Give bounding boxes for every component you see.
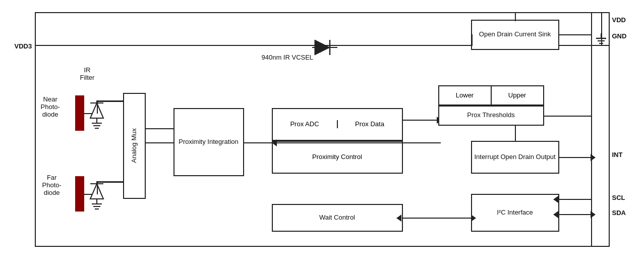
lower-cell: Lower (439, 86, 492, 105)
vdd-connect-right (515, 12, 592, 13)
vdd-label: VDD (612, 16, 626, 24)
open-drain-current-sink-block: Open Drain Current Sink (471, 20, 559, 50)
prox-adc-data-row: Prox ADC Prox Data (273, 109, 402, 141)
sda-label: SDA (612, 209, 626, 217)
sda-line (559, 214, 592, 215)
prox-adc-cell: Prox ADC (273, 120, 338, 129)
scl-arrow (553, 196, 558, 203)
i2c-to-wait-arrow-left (396, 215, 401, 222)
prox-data-to-thresh-line (403, 120, 438, 121)
diagram: VDD3 VDD GND INT SCL SDA Open Drain Curr… (15, 7, 630, 254)
thresh-to-interrupt-v (515, 126, 516, 142)
far-photodiode-label: Far Photo- diode (42, 174, 62, 196)
mux-to-prox-int (146, 142, 173, 143)
lower-upper-box: Lower Upper (438, 85, 544, 106)
thresh-to-right (544, 116, 592, 117)
wait-to-i2c-line (403, 218, 473, 219)
mux-out-line (146, 128, 173, 129)
right-bus (591, 45, 592, 247)
prox-stacked-box: Prox ADC Prox Data Proximity Control (272, 108, 403, 174)
right-power-line (591, 12, 592, 45)
ir-filter-label: IR Filter (80, 66, 95, 81)
vdd3-to-vcsel (36, 45, 312, 46)
vcsel-label: 940nm IR VCSEL (262, 54, 314, 61)
near-photodiode-bar (75, 95, 84, 131)
vcsel-to-sink-h (336, 45, 473, 46)
vcsel-diode (312, 37, 337, 58)
gnd-label: GND (612, 32, 627, 40)
near-bar-to-diode (84, 113, 92, 114)
scl-line (559, 199, 592, 200)
vdd3-label: VDD3 (15, 42, 32, 50)
interrupt-to-int-line (559, 157, 592, 158)
near-photodiode-label: Near Photo- diode (41, 95, 60, 118)
i2c-interface-block: I²C Interface (471, 194, 559, 232)
proximity-integration-block: Proximity Integration (173, 108, 244, 176)
sda-arrow-left (553, 211, 558, 218)
int-label: INT (612, 151, 623, 159)
scl-label: SCL (612, 194, 625, 201)
far-top-to-mux (97, 181, 124, 182)
wait-control-block: Wait Control (272, 204, 403, 232)
far-diode-top (97, 181, 98, 194)
prox-thresholds-block: Prox Thresholds (438, 106, 544, 126)
prox-ctrl-feedback-line (408, 142, 441, 143)
near-diode-top (97, 100, 98, 114)
sink-to-bus (559, 34, 592, 35)
vdd-top-line (592, 12, 602, 13)
prox-data-cell: Prox Data (338, 120, 402, 129)
vdd-to-sink (515, 12, 516, 21)
prox-int-to-prox-adc (244, 142, 272, 143)
gnd-symbol (594, 33, 609, 47)
wait-to-i2c-arrow-right (471, 215, 476, 222)
prox-ctrl-to-i2c-line (271, 142, 408, 143)
far-photodiode-bar (75, 176, 84, 212)
svg-marker-4 (315, 40, 330, 55)
far-bar-to-diode (84, 194, 92, 195)
interrupt-open-drain-block: Interrupt Open Drain Output (471, 141, 559, 174)
upper-cell: Upper (492, 86, 543, 105)
analog-mux-block: Analog Mux (123, 93, 146, 199)
near-top-to-mux (97, 100, 124, 101)
sink-drop (471, 34, 473, 45)
proximity-control-cell: Proximity Control (273, 141, 402, 173)
